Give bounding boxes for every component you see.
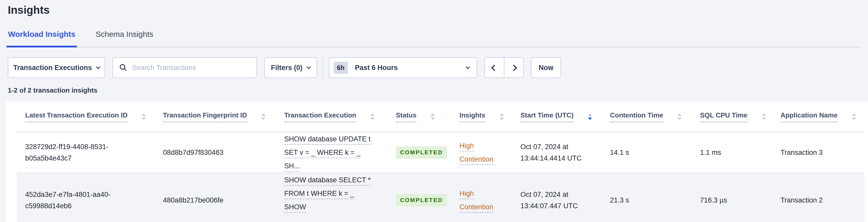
cell-fingerprint-id: 08d8b7d97f830463	[154, 132, 276, 173]
cell-fingerprint-id: 480a8b217be006fe	[154, 173, 276, 222]
cell-latest-execution-id: 452da3e7-e7fa-4801-aa40-c59988d14eb6	[17, 173, 154, 222]
sort-icon[interactable]	[588, 113, 592, 120]
column-label: Insights	[459, 111, 486, 122]
column-header-latest-transaction-execution-id[interactable]: Latest Transaction Execution ID	[17, 102, 154, 132]
table-header-row: Latest Transaction Execution IDTransacti…	[17, 102, 864, 132]
search-icon	[119, 64, 127, 72]
cell-contention-time: 21.3 s	[601, 173, 691, 222]
column-header-contention-time[interactable]: Contention Time	[601, 102, 691, 132]
tab-schema-insights[interactable]: Schema Insights	[94, 30, 155, 47]
cell-application-name: Transaction 3	[772, 132, 864, 173]
toolbar-divider	[323, 57, 323, 78]
chevron-down-icon	[466, 65, 470, 69]
table-row: 328729d2-ff19-4408-8531-b05a5b4e43c708d8…	[17, 132, 864, 173]
search-input[interactable]	[132, 64, 251, 72]
cell-latest-execution-id: 328729d2-ff19-4408-8531-b05a5b4e43c7	[17, 132, 154, 173]
filters-dropdown-label: Filters (0)	[271, 64, 303, 72]
sort-icon[interactable]	[142, 113, 146, 120]
time-next-button[interactable]	[504, 57, 524, 78]
results-summary: 1-2 of 2 transaction insights	[8, 86, 868, 94]
column-header-transaction-fingerprint-id[interactable]: Transaction Fingerprint ID	[154, 102, 276, 132]
cell-transaction-execution: SHOW database UPDATE tSET v = _ WHERE k …	[276, 132, 387, 173]
cell-status: COMPLETED	[387, 173, 451, 222]
column-label: Contention Time	[610, 111, 663, 122]
status-badge: COMPLETED	[396, 146, 447, 159]
cell-insights: High Contention	[451, 132, 512, 173]
column-label: Application Name	[780, 111, 838, 122]
chevron-right-icon	[510, 65, 517, 71]
cell-sql-cpu-time: 1.1 ms	[691, 132, 772, 173]
time-range-picker[interactable]: 6h Past 6 Hours	[329, 57, 477, 78]
column-header-insights[interactable]: Insights	[451, 102, 512, 132]
time-pager	[484, 57, 524, 78]
insight-type-dropdown[interactable]: Transaction Executions	[8, 57, 105, 78]
column-header-status[interactable]: Status	[387, 102, 451, 132]
chevron-down-icon	[96, 65, 100, 69]
tab-schema-insights-label: Schema Insights	[95, 30, 153, 38]
tab-workload-insights[interactable]: Workload Insights	[6, 30, 77, 47]
cell-sql-cpu-time: 716.3 µs	[691, 173, 772, 222]
column-label: Status	[396, 111, 416, 122]
page-title: Insights	[8, 4, 868, 16]
column-label: SQL CPU Time	[700, 111, 748, 122]
cell-transaction-execution: SHOW database SELECT *FROM t WHERE k = _…	[276, 173, 387, 222]
column-label: Latest Transaction Execution ID	[25, 111, 127, 122]
cell-start-time: Oct 07, 2024 at 13:44:14.4414 UTC	[512, 132, 601, 173]
cell-status: COMPLETED	[387, 132, 451, 173]
chevron-down-icon	[307, 65, 311, 69]
time-prev-button[interactable]	[484, 57, 504, 78]
column-header-start-time-utc[interactable]: Start Time (UTC)	[512, 102, 601, 132]
insights-table-card: Latest Transaction Execution IDTransacti…	[6, 102, 868, 222]
insights-page: Insights Workload Insights Schema Insigh…	[0, 4, 868, 222]
table-row: 452da3e7-e7fa-4801-aa40-c59988d14eb6480a…	[17, 173, 864, 222]
sort-icon[interactable]	[852, 113, 856, 120]
sort-icon[interactable]	[431, 113, 435, 120]
transaction-execution-link[interactable]: SHOW database UPDATE tSET v = _ WHERE k …	[284, 135, 371, 172]
insight-type-dropdown-label: Transaction Executions	[13, 64, 92, 72]
sort-icon[interactable]	[678, 113, 682, 120]
insight-link[interactable]: High Contention	[459, 142, 493, 165]
now-button[interactable]: Now	[531, 57, 561, 78]
sort-icon[interactable]	[500, 113, 504, 120]
sort-icon[interactable]	[762, 113, 766, 120]
cell-start-time: Oct 07, 2024 at 13:44:07.447 UTC	[512, 173, 601, 222]
filters-dropdown[interactable]: Filters (0)	[264, 57, 317, 78]
time-range-badge: 6h	[334, 62, 348, 74]
toolbar: Transaction Executions Filters (0) 6h Pa…	[8, 57, 860, 78]
search-box	[113, 57, 257, 78]
tab-bar: Workload Insights Schema Insights	[6, 30, 862, 47]
sort-icon[interactable]	[261, 113, 266, 120]
insight-link[interactable]: High Contention	[459, 190, 493, 213]
column-label: Transaction Fingerprint ID	[163, 111, 247, 122]
transaction-execution-link[interactable]: SHOW database SELECT *FROM t WHERE k = _…	[284, 176, 371, 222]
cell-contention-time: 14.1 s	[601, 132, 691, 173]
sort-icon[interactable]	[370, 113, 375, 120]
table-body: 328729d2-ff19-4408-8531-b05a5b4e43c708d8…	[17, 132, 864, 222]
cell-insights: High Contention	[451, 173, 512, 222]
column-header-application-name[interactable]: Application Name	[772, 102, 864, 132]
column-header-sql-cpu-time[interactable]: SQL CPU Time	[691, 102, 772, 132]
tab-workload-insights-label: Workload Insights	[8, 30, 75, 38]
column-label: Start Time (UTC)	[521, 111, 574, 122]
cell-application-name: Transaction 2	[772, 173, 864, 222]
status-badge: COMPLETED	[396, 194, 447, 207]
column-label: Transaction Execution	[284, 111, 356, 122]
column-header-transaction-execution[interactable]: Transaction Execution	[276, 102, 387, 132]
time-range-label: Past 6 Hours	[355, 64, 398, 72]
insights-table: Latest Transaction Execution IDTransacti…	[17, 102, 864, 222]
chevron-left-icon	[491, 65, 497, 71]
